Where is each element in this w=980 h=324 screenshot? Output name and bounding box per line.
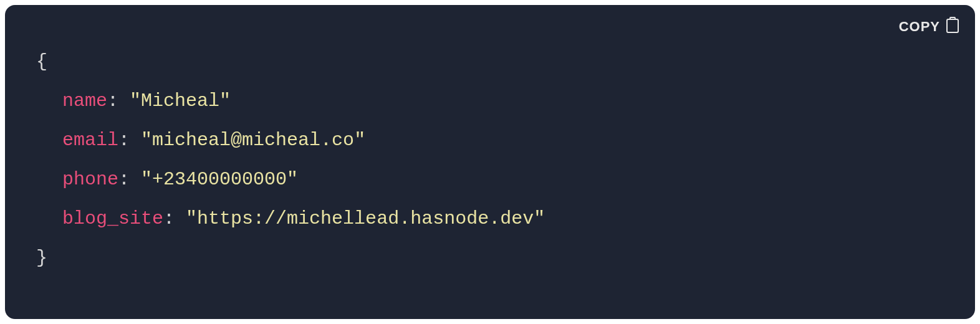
open-brace: { — [36, 51, 47, 72]
code-line-entry: phone: "+23400000000" — [36, 160, 944, 199]
json-value: "Micheal" — [130, 90, 231, 112]
copy-button[interactable]: COPY — [899, 16, 960, 37]
space — [130, 130, 141, 151]
space — [175, 208, 186, 229]
code-block: COPY { name: "Micheal" email: "micheal@m… — [5, 5, 975, 319]
colon: : — [118, 169, 130, 190]
code-line-close: } — [36, 239, 944, 278]
json-value: "https://michellead.hasnode.dev" — [186, 208, 545, 229]
code-line-entry: blog_site: "https://michellead.hasnode.d… — [36, 199, 944, 239]
space — [118, 90, 130, 112]
code-line-open: { — [36, 42, 944, 82]
code-line-entry: email: "micheal@micheal.co" — [36, 121, 944, 160]
json-value: "+23400000000" — [141, 169, 298, 190]
colon: : — [107, 90, 118, 112]
code-content: { name: "Micheal" email: "micheal@michea… — [36, 42, 944, 278]
json-value: "micheal@micheal.co" — [141, 130, 365, 151]
clipboard-icon — [945, 16, 960, 37]
colon: : — [118, 130, 130, 151]
json-key: phone — [62, 169, 118, 190]
code-line-entry: name: "Micheal" — [36, 82, 944, 121]
json-key: blog_site — [62, 208, 163, 229]
copy-label: COPY — [899, 19, 940, 35]
svg-rect-0 — [947, 19, 958, 32]
space — [130, 169, 141, 190]
json-key: name — [62, 90, 107, 112]
close-brace: } — [36, 247, 47, 269]
colon: : — [163, 208, 175, 229]
json-key: email — [62, 130, 118, 151]
